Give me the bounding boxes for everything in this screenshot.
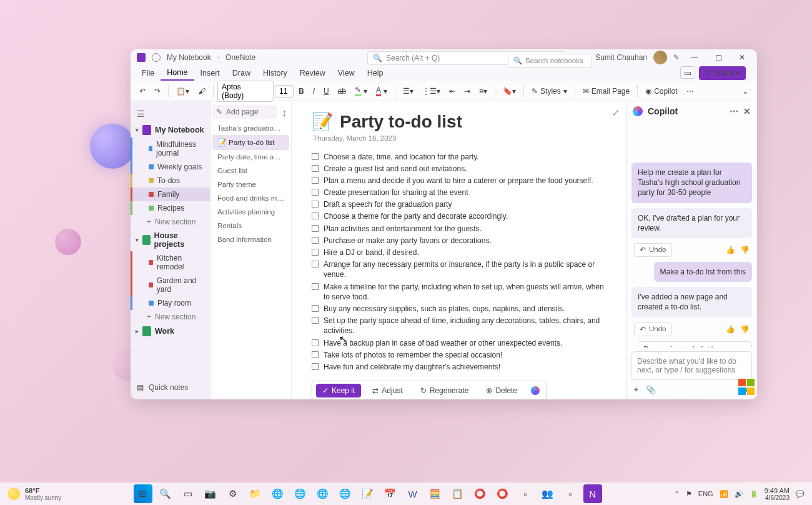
todo-item[interactable]: Purchase or make any party favors or dec… (312, 234, 611, 246)
email-page-button[interactable]: ✉ Email Page (579, 84, 633, 98)
app-office[interactable]: ▫ (561, 484, 580, 503)
page-canvas[interactable]: ⤢ 📝 Party to-do list Thursday, March 16,… (292, 101, 626, 399)
app-chrome[interactable]: ⭕ (471, 484, 490, 503)
page-item[interactable]: 📝Party to-do list (212, 135, 289, 150)
page-item[interactable]: Guest list (212, 164, 289, 178)
copilot-toolbar-button[interactable]: ◉ Copilot (641, 84, 681, 98)
copilot-close-button[interactable]: ✕ (743, 106, 751, 116)
italic-button[interactable]: I (309, 84, 319, 98)
page-item[interactable]: Activities planning (212, 205, 289, 219)
checkbox[interactable] (312, 283, 319, 290)
app-edge-dev[interactable]: 🌐 (291, 484, 310, 503)
share-button[interactable]: ⇪Share▾ (699, 66, 746, 80)
section-kitchen-remodel[interactable]: Kitchen remodel (131, 251, 210, 274)
menu-draw[interactable]: Draw (226, 66, 257, 80)
todo-item[interactable]: Hire a DJ or band, if desired. (312, 247, 611, 259)
section-weekly-goals[interactable]: Weekly goals (131, 160, 210, 174)
notebook-search-input[interactable]: 🔍 Search notebooks (508, 54, 592, 68)
checkbox[interactable] (312, 305, 319, 312)
thumbs-up-icon[interactable]: 👍 (726, 246, 735, 254)
checkbox[interactable] (312, 212, 319, 219)
todo-item[interactable]: Plan a menu and decide if you want to hi… (312, 174, 611, 186)
undo-button[interactable]: ↶Undo (634, 322, 672, 336)
close-button[interactable]: ✕ (733, 51, 751, 64)
paste-button[interactable]: 📋▾ (172, 84, 193, 98)
todo-item[interactable]: Set up the party space ahead of time, in… (312, 315, 611, 337)
more-button[interactable]: ⋯ (683, 84, 698, 98)
thumbs-down-icon[interactable]: 👎 (740, 325, 750, 334)
thumbs-down-icon[interactable]: 👎 (740, 246, 750, 254)
expand-icon[interactable]: ⤢ (612, 108, 620, 118)
font-select[interactable]: Aptos (Body) (217, 81, 274, 102)
hamburger-icon[interactable]: ☰ (131, 105, 210, 122)
checkbox[interactable] (312, 317, 319, 324)
menu-insert[interactable]: Insert (194, 66, 226, 80)
user-avatar[interactable] (653, 51, 667, 64)
outdent-button[interactable]: ⇤ (445, 84, 459, 98)
app-chrome2[interactable]: ⭕ (493, 484, 512, 503)
page-item[interactable]: Party date, time and locat… (212, 150, 289, 164)
clock-time[interactable]: 9:49 AM (765, 487, 790, 494)
add-page-button[interactable]: ✎Add page (212, 105, 277, 119)
checkbox[interactable] (312, 237, 319, 244)
font-size-select[interactable]: 11 (275, 85, 294, 98)
app-browser[interactable]: 🌐 (336, 484, 355, 503)
checkbox[interactable] (312, 363, 319, 370)
todo-item[interactable]: Create a guest list and send out invitat… (312, 162, 611, 174)
app-edge-beta[interactable]: 🌐 (314, 484, 332, 503)
notebook-work[interactable]: ▸Work (131, 324, 210, 339)
checkbox[interactable] (312, 339, 319, 346)
taskbar-search[interactable]: 🔍 (156, 484, 175, 503)
keep-it-button[interactable]: ✓Keep it (316, 384, 361, 398)
delete-button[interactable]: ⊗Delete (480, 384, 523, 398)
todo-item[interactable]: Have a backup plan in case of bad weathe… (312, 337, 611, 349)
numbering-button[interactable]: ⋮☰▾ (418, 84, 444, 98)
todo-item[interactable]: Create presentation for sharing at the e… (312, 187, 611, 199)
todo-item[interactable]: Choose a date, time, and location for th… (312, 151, 611, 162)
app-explorer[interactable]: 📁 (246, 484, 265, 503)
volume-icon[interactable]: 🔊 (735, 490, 743, 498)
page-item[interactable]: Rentals (212, 219, 289, 232)
format-painter-button[interactable]: 🖌 (194, 84, 209, 98)
page-item[interactable]: Tasha's graduation par… (212, 121, 289, 135)
language-indicator[interactable]: ENG (698, 490, 713, 498)
maximize-button[interactable]: ▢ (710, 51, 727, 64)
todo-item[interactable]: Choose a theme for the party and decorat… (312, 211, 611, 222)
checkbox[interactable] (312, 261, 319, 268)
todo-item[interactable]: Draft a speech for the graduation party (312, 199, 611, 211)
app-teams[interactable]: 👥 (538, 484, 557, 503)
new-section-button[interactable]: +New section (131, 215, 210, 229)
page-item[interactable]: Food and drinks menu (212, 191, 289, 205)
checkbox[interactable] (312, 225, 319, 232)
todo-item[interactable]: Make a timeline for the party, including… (312, 281, 611, 302)
collapse-ribbon-button[interactable]: ⌄ (738, 84, 752, 98)
tray-chevron[interactable]: ⌃ (674, 490, 680, 498)
styles-button[interactable]: ✎ Styles ▾ (528, 84, 571, 98)
undo-button[interactable]: ↶ (136, 84, 149, 98)
minimize-button[interactable]: — (686, 51, 703, 64)
redo-button[interactable]: ↷ (151, 84, 164, 98)
section-family[interactable]: Family (131, 188, 210, 201)
underline-button[interactable]: U (320, 84, 333, 98)
sort-pages-button[interactable]: ↕ (279, 105, 289, 121)
app-word[interactable]: W (404, 484, 422, 503)
quick-notes-button[interactable]: ▤Quick notes (131, 379, 210, 396)
section-play-room[interactable]: Play room (131, 296, 210, 310)
menu-review[interactable]: Review (294, 66, 332, 80)
checkbox[interactable] (312, 153, 319, 160)
sync-icon[interactable] (152, 53, 161, 62)
menu-file[interactable]: File (136, 66, 161, 80)
app-sticky[interactable]: 📝 (359, 484, 377, 503)
tag-button[interactable]: 🔖▾ (499, 84, 520, 98)
page-item[interactable]: Party theme (212, 178, 289, 191)
section-to-dos[interactable]: To-dos (131, 174, 210, 188)
align-button[interactable]: ≡▾ (475, 84, 491, 98)
checkbox[interactable] (312, 201, 319, 208)
pen-icon[interactable]: ✎ (673, 53, 680, 62)
task-view[interactable]: ▭ (179, 484, 197, 503)
present-icon[interactable]: ▭ (680, 66, 695, 79)
notifications-icon[interactable]: 💬 (796, 490, 805, 498)
section-recipes[interactable]: Recipes (131, 201, 210, 215)
menu-history[interactable]: History (257, 66, 294, 80)
undo-button[interactable]: ↶Undo (634, 243, 672, 257)
